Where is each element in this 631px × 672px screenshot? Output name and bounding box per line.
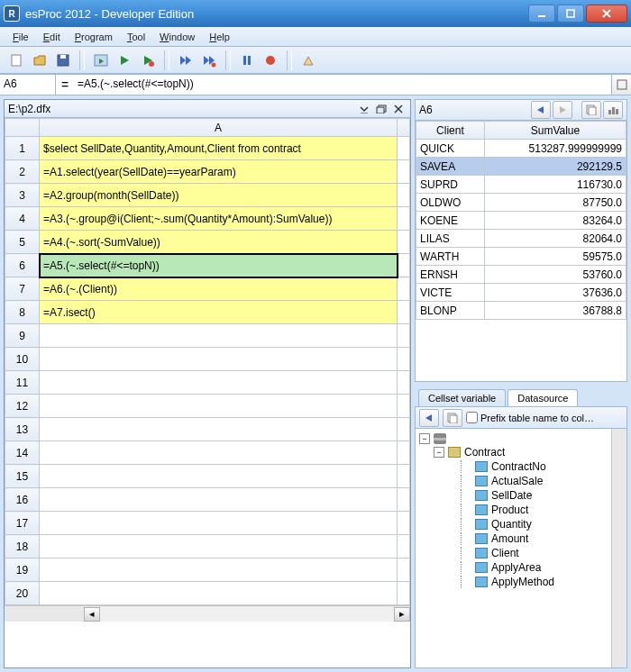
row-header[interactable]: 6 <box>5 254 40 277</box>
datasource-tree[interactable]: −−ContractContractNoActualSaleSellDatePr… <box>416 429 611 667</box>
grid-cell[interactable] <box>40 395 398 418</box>
result-cell-client[interactable]: BLONP <box>416 302 485 320</box>
grid-cell[interactable] <box>40 558 398 582</box>
formula-expand-button[interactable] <box>611 75 631 95</box>
tree-column-name[interactable]: Amount <box>491 532 528 545</box>
scroll-right-button[interactable]: ▸ <box>394 607 410 622</box>
grid-cell[interactable] <box>40 418 398 441</box>
tree-column-name[interactable]: ActualSale <box>491 475 543 487</box>
row-header[interactable]: 17 <box>5 512 40 535</box>
row-header[interactable]: 2 <box>5 160 40 184</box>
result-forward-button[interactable] <box>553 101 572 119</box>
grid-cell[interactable] <box>40 441 398 465</box>
result-copy-button[interactable] <box>581 101 601 119</box>
step-over-button[interactable] <box>175 50 197 71</box>
ds-back-button[interactable] <box>419 409 439 427</box>
row-header[interactable]: 15 <box>5 465 40 488</box>
grid-cell[interactable]: =A1.select(year(SellDate)==yearParam) <box>40 160 398 184</box>
v-scrollbar[interactable] <box>611 429 626 667</box>
debug-button[interactable] <box>137 50 159 71</box>
column-header-a[interactable]: A <box>40 119 398 137</box>
scroll-left-button[interactable]: ◂ <box>84 607 100 622</box>
menu-tool[interactable]: Tool <box>120 30 152 44</box>
result-cell-sum[interactable]: 83264.0 <box>484 212 626 230</box>
exec-button[interactable] <box>90 50 112 71</box>
tree-column-name[interactable]: ContractNo <box>491 460 546 473</box>
result-cell-sum[interactable]: 116730.0 <box>484 176 626 194</box>
tree-column-name[interactable]: Client <box>491 547 519 559</box>
row-header[interactable]: 11 <box>5 371 40 395</box>
tree-column-name[interactable]: ApplyArea <box>491 561 541 574</box>
row-header[interactable]: 3 <box>5 184 40 207</box>
menu-edit[interactable]: Edit <box>36 30 68 44</box>
grid-cell[interactable]: =A4.(~.sort(-SumValue)) <box>40 231 398 254</box>
prefix-checkbox[interactable] <box>466 412 478 423</box>
row-header[interactable]: 20 <box>5 582 40 605</box>
tab-datasource[interactable]: Datasource <box>508 389 578 406</box>
stop-button[interactable] <box>260 50 281 71</box>
result-cell-sum[interactable]: 87750.0 <box>484 194 626 212</box>
tree-column-name[interactable]: Quantity <box>491 518 532 531</box>
result-cell-sum[interactable]: 36788.8 <box>484 302 626 320</box>
cell-grid[interactable]: A 1$select SellDate,Quantity,Amount,Clie… <box>5 118 410 667</box>
tree-column-name[interactable]: SellDate <box>491 489 532 502</box>
result-cell-client[interactable]: VICTE <box>416 284 485 302</box>
grid-cell[interactable] <box>40 512 398 535</box>
close-button[interactable] <box>586 5 627 23</box>
ds-copy-button[interactable] <box>443 409 462 427</box>
row-header[interactable]: 10 <box>5 348 40 371</box>
row-header[interactable]: 16 <box>5 488 40 512</box>
clear-button[interactable] <box>297 50 319 71</box>
result-cell-client[interactable]: WARTH <box>416 248 485 266</box>
formula-input[interactable]: =A5.(~.select(#<=topN)) <box>74 75 611 95</box>
menu-program[interactable]: Program <box>68 30 120 44</box>
menu-window[interactable]: Window <box>152 30 202 44</box>
result-col-client[interactable]: Client <box>416 122 485 140</box>
grid-cell[interactable] <box>40 535 398 558</box>
result-cell-sum[interactable]: 59575.0 <box>484 248 626 266</box>
result-cell-client[interactable]: SUPRD <box>416 176 485 194</box>
menu-file[interactable]: File <box>5 30 36 44</box>
run-button[interactable] <box>114 50 135 71</box>
new-button[interactable] <box>5 50 27 71</box>
tree-column-name[interactable]: ApplyMethod <box>491 576 554 588</box>
row-header[interactable]: 9 <box>5 324 40 348</box>
result-cell-client[interactable]: QUICK <box>416 140 485 158</box>
result-cell-sum[interactable]: 53760.0 <box>484 266 626 284</box>
row-header[interactable]: 7 <box>5 277 40 301</box>
row-header[interactable]: 4 <box>5 207 40 231</box>
row-header[interactable]: 19 <box>5 558 40 582</box>
result-cell-sum[interactable]: 513287.999999999 <box>484 140 626 158</box>
grid-cell[interactable] <box>40 465 398 488</box>
result-cell-client[interactable]: KOENE <box>416 212 485 230</box>
result-chart-button[interactable] <box>603 101 623 119</box>
open-button[interactable] <box>29 50 50 71</box>
result-cell-sum[interactable]: 37636.0 <box>484 284 626 302</box>
grid-cell[interactable] <box>40 371 398 395</box>
cell-reference[interactable]: A6 <box>0 75 56 95</box>
doc-close-button[interactable] <box>390 102 407 116</box>
step-into-button[interactable] <box>198 50 220 71</box>
result-cell-client[interactable]: ERNSH <box>416 266 485 284</box>
doc-restore-button[interactable] <box>373 102 389 116</box>
row-header[interactable]: 1 <box>5 137 40 160</box>
result-grid[interactable]: ClientSumValue QUICK513287.999999999SAVE… <box>415 121 627 382</box>
pause-button[interactable] <box>236 50 258 71</box>
result-cell-client[interactable]: OLDWO <box>416 194 485 212</box>
maximize-button[interactable] <box>557 5 584 23</box>
tree-toggle[interactable]: − <box>434 447 444 458</box>
menu-help[interactable]: Help <box>202 30 237 44</box>
prefix-checkbox-label[interactable]: Prefix table name to col… <box>466 412 594 423</box>
grid-cell[interactable] <box>40 582 398 605</box>
grid-cell[interactable]: $select SellDate,Quantity,Amount,Client … <box>40 137 398 160</box>
grid-cell[interactable]: =A2.group(month(SellDate)) <box>40 184 398 207</box>
result-back-button[interactable] <box>531 101 551 119</box>
tree-toggle[interactable]: − <box>419 433 430 444</box>
save-button[interactable] <box>52 50 74 71</box>
row-header[interactable]: 5 <box>5 231 40 254</box>
result-col-sumvalue[interactable]: SumValue <box>484 122 626 140</box>
tree-table-name[interactable]: Contract <box>464 446 505 459</box>
corner-cell[interactable] <box>5 119 40 137</box>
row-header[interactable]: 18 <box>5 535 40 558</box>
grid-cell[interactable]: =A6.(~.(Client)) <box>40 277 398 301</box>
